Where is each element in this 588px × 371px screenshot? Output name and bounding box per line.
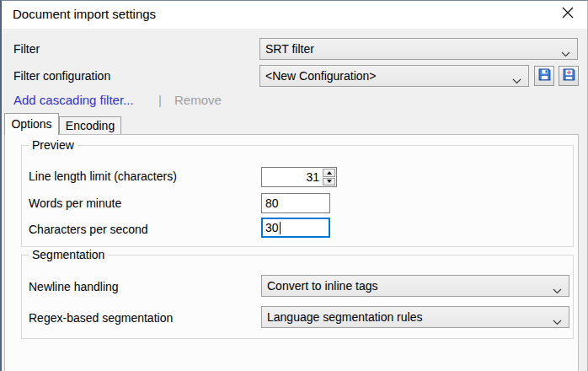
words-per-minute-value: 80	[265, 196, 279, 210]
chevron-down-icon	[553, 283, 562, 297]
preview-group-title: Preview	[29, 138, 78, 152]
save-config-button[interactable]	[534, 66, 554, 86]
chevron-down-icon	[561, 46, 570, 60]
regex-segmentation-select[interactable]: Language segmentation rules	[261, 306, 569, 328]
filter-config-select[interactable]: <New Configuration>	[259, 65, 529, 87]
title-bar: Document import settings	[2, 1, 587, 29]
chars-per-second-value: 30	[265, 221, 279, 234]
spinner-down-button[interactable]	[323, 178, 335, 186]
text-caret	[280, 222, 281, 234]
save-floppy-icon	[537, 67, 552, 85]
close-button[interactable]	[548, 1, 587, 28]
chevron-down-icon	[553, 315, 562, 328]
remove-link[interactable]: Remove	[174, 93, 222, 107]
filter-label: Filter	[13, 42, 40, 56]
close-icon	[562, 7, 574, 22]
chevron-down-icon	[512, 73, 521, 87]
segmentation-group: Segmentation Newline handling Convert to…	[21, 255, 574, 339]
filter-config-select-value: <New Configuration>	[265, 69, 377, 83]
chars-per-second-input[interactable]: 30	[261, 218, 330, 238]
segmentation-group-title: Segmentation	[29, 248, 108, 261]
newline-handling-label: Newline handling	[29, 280, 119, 293]
document-import-settings-dialog: Document import settings Filter SRT filt…	[0, 0, 588, 371]
arrow-up-icon	[327, 171, 332, 175]
tab-options[interactable]: Options	[4, 113, 59, 135]
chars-per-second-label: Characters per second	[29, 223, 148, 236]
filter-select-value: SRT filter	[265, 42, 314, 56]
words-per-minute-label: Words per minute	[29, 196, 121, 210]
save-config-as-new-button[interactable]	[559, 66, 579, 86]
preview-group: Preview Line length limit (characters) 3…	[21, 145, 574, 247]
save-floppy-plus-icon	[562, 67, 576, 85]
newline-handling-select[interactable]: Convert to inline tags	[261, 275, 569, 297]
tab-page-options: Preview Line length limit (characters) 3…	[4, 134, 579, 371]
regex-segmentation-value: Language segmentation rules	[267, 310, 422, 324]
actions-separator: |	[158, 93, 162, 107]
line-length-spinner[interactable]: 31	[261, 167, 337, 187]
filter-select[interactable]: SRT filter	[259, 38, 578, 60]
spinner-up-button[interactable]	[323, 169, 335, 177]
words-per-minute-input[interactable]: 80	[261, 193, 330, 213]
line-length-label: Line length limit (characters)	[29, 169, 177, 183]
arrow-down-icon	[327, 180, 332, 183]
add-cascading-filter-link[interactable]: Add cascading filter...	[13, 93, 134, 107]
page-title: Document import settings	[13, 7, 156, 21]
newline-handling-value: Convert to inline tags	[267, 279, 378, 293]
tab-encoding[interactable]: Encoding	[59, 116, 121, 134]
line-length-value: 31	[262, 170, 322, 184]
regex-segmentation-label: Regex-based segmentation	[29, 311, 173, 325]
filter-config-label: Filter configuration	[13, 69, 110, 83]
